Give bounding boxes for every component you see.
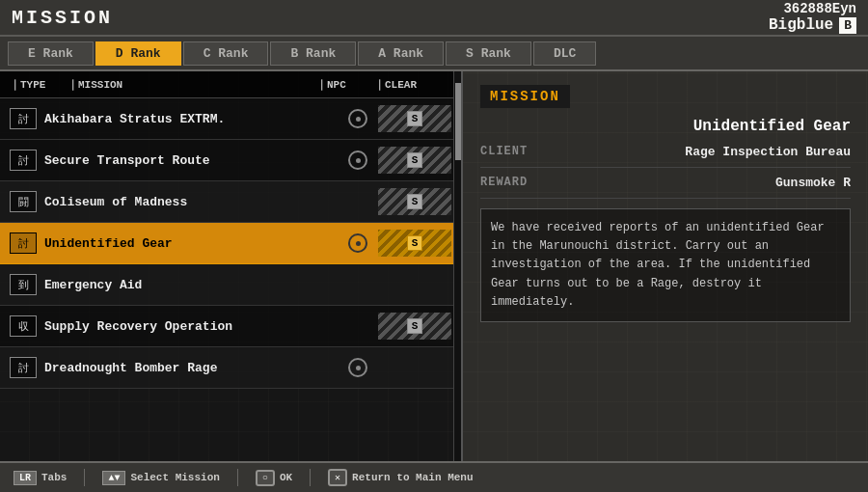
mission-item-6[interactable]: 討 Dreadnought Bomber Rage	[0, 347, 461, 389]
type-badge-4: 到	[10, 274, 37, 295]
type-badge-1: 討	[10, 150, 37, 171]
mission-name-0: Akihabara Stratus EXTRM.	[44, 112, 345, 126]
scrollbar[interactable]	[453, 71, 461, 461]
mission-item-0[interactable]: 討 Akihabara Stratus EXTRM. S	[0, 98, 461, 140]
mission-name-6: Dreadnought Bomber Rage	[44, 361, 345, 375]
npc-icon-5	[345, 314, 370, 339]
scroll-thumb	[455, 83, 461, 160]
target-circle-3	[348, 233, 367, 253]
s-badge-0: S	[407, 111, 423, 126]
detail-mission-title: Unidentified Gear	[480, 118, 851, 135]
target-circle-1	[348, 150, 367, 170]
s-badge-3: S	[407, 235, 423, 251]
npc-icon-2	[345, 189, 370, 214]
mission-item-3[interactable]: 討 Unidentified Gear S	[0, 223, 461, 264]
type-badge-2: 闘	[10, 191, 37, 212]
detail-description: We have received reports of an unidentif…	[480, 208, 851, 322]
clear-box-0: S	[378, 105, 451, 132]
npc-icon-0	[345, 106, 370, 131]
npc-icon-1	[345, 148, 370, 173]
mission-item-4[interactable]: 到 Emergency Aid	[0, 264, 461, 306]
clear-box-2: S	[378, 188, 451, 215]
detail-panel: MISSION Unidentified Gear CLIENT Rage In…	[463, 71, 868, 461]
mission-name-1: Secure Transport Route	[44, 153, 345, 168]
mission-items: 討 Akihabara Stratus EXTRM. S 討 Secure Tr…	[0, 98, 461, 389]
list-header: ｜TYPE ｜MISSION ｜NPC ｜CLEAR	[0, 71, 461, 98]
detail-header: MISSION	[480, 85, 570, 108]
target-circle-6	[348, 358, 367, 377]
client-label: CLIENT	[480, 145, 557, 158]
col-mission: ｜MISSION	[68, 77, 316, 92]
mission-name-3: Unidentified Gear	[44, 236, 345, 251]
npc-icon-4	[345, 272, 370, 297]
client-value: Rage Inspection Bureau	[557, 145, 851, 159]
mission-list-panel: ｜TYPE ｜MISSION ｜NPC ｜CLEAR 討 Akihabara S…	[0, 71, 463, 461]
mission-name-2: Coliseum of Madness	[44, 195, 345, 209]
col-clear: ｜CLEAR	[374, 77, 451, 92]
clear-box-5: S	[378, 313, 451, 340]
col-npc: ｜NPC	[316, 77, 374, 92]
clear-box-4	[378, 271, 451, 298]
clear-box-1: S	[378, 147, 451, 174]
s-badge-1: S	[407, 152, 423, 168]
npc-icon-3	[345, 231, 370, 256]
s-badge-5: S	[407, 318, 423, 334]
detail-reward-row: REWARD Gunsmoke R	[480, 176, 851, 199]
reward-label: REWARD	[480, 176, 557, 189]
clear-box-3: S	[378, 230, 451, 257]
clear-box-6	[378, 354, 451, 381]
content-area: ｜TYPE ｜MISSION ｜NPC ｜CLEAR 討 Akihabara S…	[0, 71, 868, 461]
type-badge-3: 討	[10, 232, 37, 254]
s-badge-2: S	[407, 194, 423, 209]
reward-value: Gunsmoke R	[557, 176, 851, 190]
mission-item-1[interactable]: 討 Secure Transport Route S	[0, 140, 461, 181]
mission-name-5: Supply Recovery Operation	[44, 319, 345, 334]
npc-icon-6	[345, 355, 370, 380]
col-type: ｜TYPE	[10, 77, 68, 92]
type-badge-6: 討	[10, 357, 37, 378]
detail-client-row: CLIENT Rage Inspection Bureau	[480, 145, 851, 168]
mission-item-2[interactable]: 闘 Coliseum of Madness S	[0, 181, 461, 223]
main-container: MISSION 362888Eyn Bigblue B E Rank D Ran…	[0, 0, 868, 492]
target-circle-0	[348, 109, 367, 128]
type-badge-0: 討	[10, 108, 37, 129]
mission-item-5[interactable]: 収 Supply Recovery Operation S	[0, 306, 461, 347]
mission-name-4: Emergency Aid	[44, 278, 345, 292]
type-badge-5: 収	[10, 315, 37, 337]
